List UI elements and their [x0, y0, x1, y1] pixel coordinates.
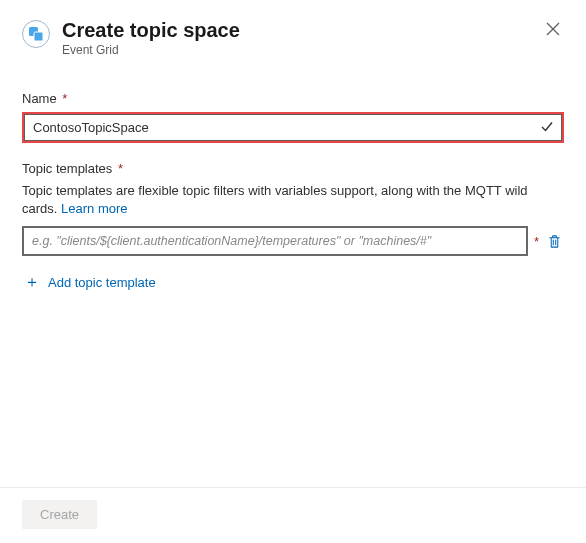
close-icon [546, 22, 560, 36]
required-mark: * [118, 161, 123, 176]
add-topic-template-button[interactable]: ＋ Add topic template [22, 264, 158, 300]
add-template-label: Add topic template [48, 275, 156, 290]
template-input-wrap [22, 226, 528, 256]
panel-footer: Create [0, 487, 586, 543]
topic-space-icon [22, 20, 50, 48]
template-row: * [22, 226, 564, 256]
name-input-highlight [22, 112, 564, 143]
panel-subtitle: Event Grid [62, 43, 530, 57]
create-topic-space-panel: Create topic space Event Grid Name * Top [0, 0, 586, 543]
header-text: Create topic space Event Grid [62, 18, 530, 57]
template-input[interactable] [24, 228, 526, 254]
svg-rect-1 [34, 32, 43, 41]
templates-description: Topic templates are flexible topic filte… [22, 182, 564, 218]
panel-title: Create topic space [62, 18, 530, 42]
name-input[interactable] [24, 114, 562, 141]
trash-icon [547, 234, 562, 249]
topic-templates-field: Topic templates * Topic templates are fl… [22, 161, 564, 300]
required-mark: * [62, 91, 67, 106]
name-field: Name * [22, 91, 564, 143]
plus-icon: ＋ [24, 274, 40, 290]
panel-header: Create topic space Event Grid [22, 18, 564, 57]
learn-more-link[interactable]: Learn more [61, 201, 127, 216]
close-button[interactable] [542, 18, 564, 42]
create-button[interactable]: Create [22, 500, 97, 529]
templates-label: Topic templates * [22, 161, 564, 176]
delete-template-button[interactable] [545, 232, 564, 251]
name-label: Name * [22, 91, 564, 106]
name-label-text: Name [22, 91, 57, 106]
required-mark: * [534, 234, 539, 249]
templates-label-text: Topic templates [22, 161, 112, 176]
